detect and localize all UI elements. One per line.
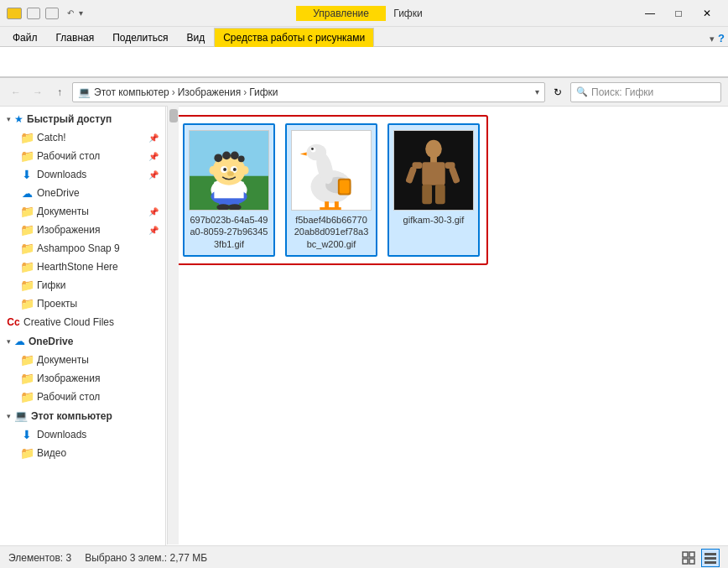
sidebar-label-images-q: Изображения	[37, 224, 145, 236]
tab-share[interactable]: Поделиться	[103, 28, 177, 47]
tab-home[interactable]: Главная	[47, 28, 104, 47]
pc-video-icon: 📁	[20, 446, 34, 460]
selection-box: 697b023b-64a5-49a0-8059-27b963453fb1.gif	[174, 115, 488, 265]
folder-images-icon: 📁	[20, 223, 34, 237]
this-pc-title: Этот компьютер	[31, 410, 112, 422]
back-button[interactable]: ←	[7, 83, 25, 102]
folder-gifki-icon: 📁	[20, 279, 34, 292]
tab-file[interactable]: Файл	[3, 28, 47, 47]
refresh-button[interactable]: ↻	[549, 83, 567, 102]
forward-button[interactable]: →	[29, 83, 47, 102]
ribbon-content	[0, 47, 728, 77]
minimize-button[interactable]: —	[636, 0, 664, 27]
scrollbar[interactable]	[167, 107, 179, 545]
address-sep-2: ›	[243, 86, 247, 98]
sidebar-item-od-desktop[interactable]: 📁 Рабочий стол	[0, 388, 165, 406]
sidebar-label-onedrive-q: OneDrive	[37, 187, 159, 199]
ribbon: Файл Главная Поделиться Вид Средства раб…	[0, 27, 728, 78]
onedrive-header[interactable]: ▾ ☁ OneDrive	[0, 331, 165, 351]
svg-rect-45	[689, 552, 694, 557]
address-part-gifki: Гифки	[249, 86, 278, 98]
tab-gifki[interactable]: Гифки	[393, 8, 422, 19]
quick-access-arrow: ▾	[7, 115, 11, 123]
svg-point-13	[233, 168, 237, 171]
help-button[interactable]: ?	[718, 32, 725, 44]
search-icon: 🔍	[576, 86, 588, 97]
svg-rect-47	[689, 559, 694, 564]
svg-point-15	[210, 166, 216, 175]
sidebar-item-pc-downloads[interactable]: ⬇ Downloads	[0, 425, 165, 444]
address-box[interactable]: 💻 Этот компьютер › Изображения › Гифки ▾	[72, 82, 545, 102]
sidebar-label-downloads: Downloads	[37, 169, 145, 180]
sidebar-item-pc-video[interactable]: 📁 Видео	[0, 444, 165, 462]
sidebar-item-ashampoo[interactable]: 📁 Ashampoo Snap 9	[0, 239, 165, 258]
title-bar-icons: ↶ ▾	[7, 8, 83, 19]
sidebar-pin-catch: 📌	[148, 133, 159, 143]
sidebar-item-images-q[interactable]: 📁 Изображения 📌	[0, 221, 165, 239]
sidebar-pin-downloads: 📌	[148, 170, 159, 180]
file-name-goose: f5baef4b6b66770 20ab8d091ef78a3bc_w200.g…	[292, 214, 371, 250]
sidebar-item-catch[interactable]: 📁 Catch! 📌	[0, 128, 165, 147]
ribbon-right: ▾ ?	[374, 32, 725, 46]
folder-ashampoo-icon: 📁	[20, 242, 34, 255]
quick-access-star-icon: ★	[14, 113, 23, 125]
tab-picture-tools[interactable]: Средства работы с рисунками	[214, 28, 374, 47]
svg-point-14	[227, 171, 234, 176]
sidebar-item-projects[interactable]: 📁 Проекты	[0, 294, 165, 313]
view-details-button[interactable]	[701, 549, 720, 567]
folder-projects-icon: 📁	[20, 297, 34, 310]
address-dropdown-icon[interactable]: ▾	[535, 87, 539, 96]
homer-svg	[190, 130, 268, 211]
sidebar-label-od-images: Изображения	[37, 373, 159, 384]
file-item-homer[interactable]: 697b023b-64a5-49a0-8059-27b963453fb1.gif	[183, 123, 275, 257]
sidebar-item-od-docs[interactable]: 📁 Документы	[0, 351, 165, 369]
sidebar-label-pc-downloads: Downloads	[37, 429, 159, 440]
sidebar-label-docs-q: Документы	[37, 206, 145, 217]
svg-rect-50	[705, 561, 716, 564]
tab-management[interactable]: Управление	[296, 6, 386, 21]
quick-access-header[interactable]: ▾ ★ Быстрый доступ	[0, 110, 165, 128]
sidebar-item-downloads[interactable]: ⬇ Downloads 📌	[0, 165, 165, 184]
sidebar: ▾ ★ Быстрый доступ 📁 Catch! 📌 📁 Рабочий …	[0, 107, 166, 545]
sidebar-item-desktop[interactable]: 📁 Рабочий стол 📌	[0, 147, 165, 165]
scrollbar-thumb[interactable]	[169, 109, 178, 122]
folder-desktop-icon: 📁	[20, 149, 34, 163]
svg-point-25	[307, 144, 327, 161]
tab-view[interactable]: Вид	[177, 28, 214, 47]
svg-point-6	[214, 154, 222, 162]
download-icon: ⬇	[20, 168, 34, 181]
this-pc-header[interactable]: ▾ 💻 Этот компьютер	[0, 406, 165, 425]
file-item-dark[interactable]: gifkam-30-3.gif	[387, 123, 480, 257]
svg-rect-46	[683, 559, 688, 564]
sidebar-item-gifki[interactable]: 📁 Гифки	[0, 276, 165, 294]
sidebar-item-documents-q[interactable]: 📁 Документы 📌	[0, 202, 165, 221]
folder-hearthstone-icon: 📁	[20, 260, 34, 274]
sidebar-pin-images: 📌	[148, 226, 159, 235]
sidebar-item-hearthstone[interactable]: 📁 HearthStone Here	[0, 258, 165, 276]
sidebar-label-cc: Creative Cloud Files	[23, 316, 159, 328]
sidebar-item-onedrive-quick[interactable]: ☁ OneDrive	[0, 184, 165, 202]
file-item-goose[interactable]: f5baef4b6b66770 20ab8d091ef78a3bc_w200.g…	[285, 123, 377, 257]
svg-point-8	[231, 151, 239, 159]
svg-point-16	[242, 166, 249, 175]
up-button[interactable]: ↑	[50, 83, 69, 102]
svg-rect-48	[705, 553, 716, 555]
ribbon-collapse[interactable]: ▾	[710, 34, 715, 44]
this-pc-icon: 💻	[14, 409, 28, 422]
maximize-button[interactable]: □	[664, 0, 693, 27]
svg-rect-44	[683, 552, 688, 557]
file-name-homer: 697b023b-64a5-49a0-8059-27b963453fb1.gif	[190, 214, 268, 250]
close-button[interactable]: ✕	[693, 0, 721, 27]
sidebar-label-ashampoo: Ashampoo Snap 9	[37, 242, 159, 254]
pc-address-icon: 💻	[78, 86, 91, 98]
sidebar-item-creative-cloud[interactable]: Cc Creative Cloud Files	[0, 313, 165, 331]
view-large-icons-button[interactable]	[679, 549, 698, 567]
svg-point-19	[216, 204, 230, 211]
file-thumb-dark	[393, 130, 474, 211]
cloud-onedrive-icon: ☁	[20, 186, 34, 200]
title-bar: ↶ ▾ Управление Гифки — □ ✕	[0, 0, 728, 27]
search-box[interactable]: 🔍 Поиск: Гифки	[570, 82, 721, 102]
folder-od-desktop-icon: 📁	[20, 390, 34, 404]
sidebar-label-catch: Catch!	[37, 132, 145, 143]
sidebar-item-od-images[interactable]: 📁 Изображения	[0, 369, 165, 388]
